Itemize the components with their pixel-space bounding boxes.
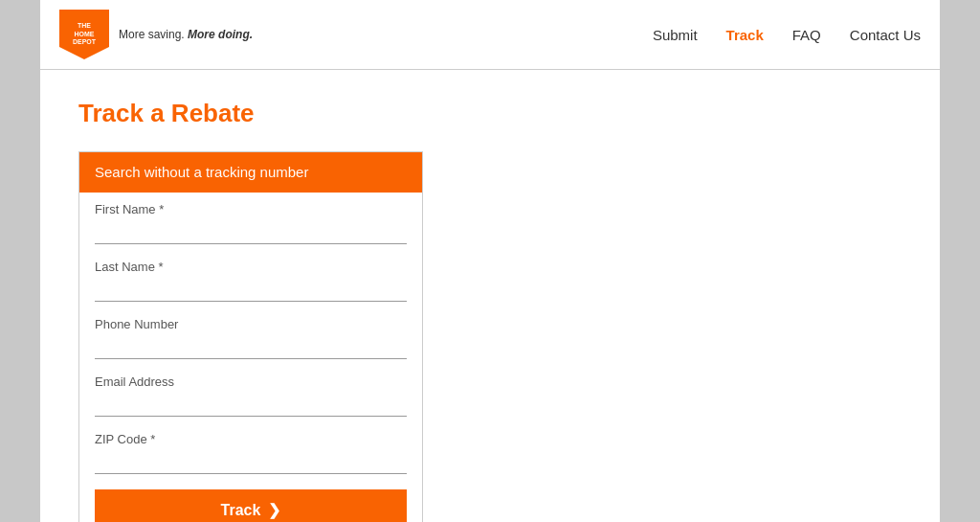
last-name-label: Last Name * xyxy=(95,260,407,274)
first-name-input[interactable] xyxy=(95,220,407,244)
track-form-card: Search without a tracking number First N… xyxy=(78,151,423,522)
phone-label: Phone Number xyxy=(95,317,407,331)
form-card-header: Search without a tracking number xyxy=(79,152,422,193)
logo-area: THE HOME DEPOT More saving. More doing. xyxy=(59,10,253,59)
track-button-label: Track xyxy=(221,502,261,519)
page-title: Track a Rebate xyxy=(78,99,902,128)
form-card-body: First Name * Last Name * Phone Number Em… xyxy=(79,193,422,522)
zip-input[interactable] xyxy=(95,450,407,474)
track-button[interactable]: Track ❯ xyxy=(95,489,407,522)
logo-line2: HOME xyxy=(73,31,96,38)
email-input[interactable] xyxy=(95,393,407,417)
nav-contact[interactable]: Contact Us xyxy=(850,27,921,43)
tagline-plain: More saving. xyxy=(119,28,185,41)
header: THE HOME DEPOT More saving. More doing. … xyxy=(40,0,940,70)
zip-field: ZIP Code * xyxy=(95,432,407,474)
last-name-field: Last Name * xyxy=(95,260,407,302)
logo-line1: THE xyxy=(73,22,96,30)
chevron-right-icon: ❯ xyxy=(268,501,280,519)
nav-track[interactable]: Track xyxy=(726,27,764,43)
logo-tagline: More saving. More doing. xyxy=(119,28,253,41)
form-section-title: Search without a tracking number xyxy=(95,164,308,180)
tagline-bold: More doing. xyxy=(188,28,253,41)
page-body: Track a Rebate Search without a tracking… xyxy=(40,70,940,522)
nav-faq[interactable]: FAQ xyxy=(792,27,821,43)
page-wrapper: THE HOME DEPOT More saving. More doing. … xyxy=(0,0,980,522)
email-label: Email Address xyxy=(95,374,407,389)
phone-input[interactable] xyxy=(95,335,407,359)
zip-label: ZIP Code * xyxy=(95,432,407,446)
main-nav: Submit Track FAQ Contact Us xyxy=(653,27,921,43)
phone-field: Phone Number xyxy=(95,317,407,359)
main-content: THE HOME DEPOT More saving. More doing. … xyxy=(40,0,940,522)
email-field: Email Address xyxy=(95,374,407,417)
first-name-label: First Name * xyxy=(95,202,407,216)
first-name-field: First Name * xyxy=(95,202,407,244)
logo-line3: DEPOT xyxy=(73,38,96,46)
nav-submit[interactable]: Submit xyxy=(653,27,698,43)
home-depot-logo: THE HOME DEPOT xyxy=(59,10,109,59)
last-name-input[interactable] xyxy=(95,278,407,302)
